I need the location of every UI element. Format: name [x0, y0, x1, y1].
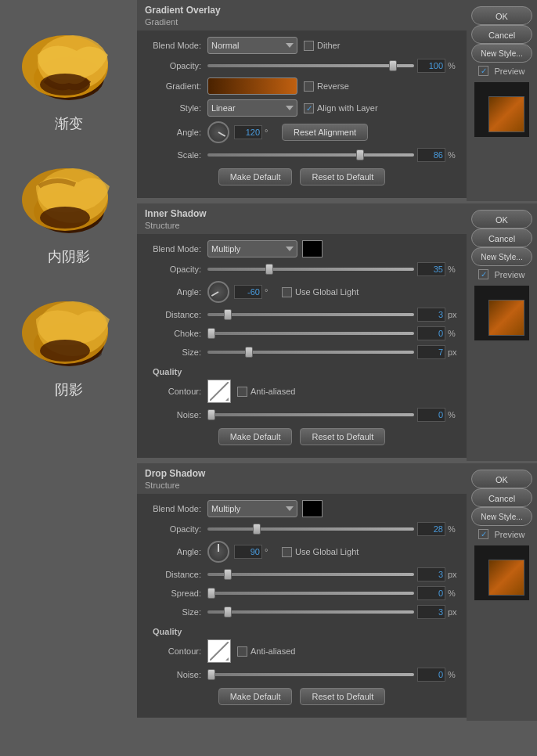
is-cancel-button[interactable]: Cancel [471, 229, 532, 247]
is-size-row: Size: 7 px [145, 345, 459, 359]
ds-spread-input[interactable]: 0 [417, 586, 445, 600]
dither-checkbox[interactable] [304, 41, 314, 51]
opacity-slider-track[interactable] [207, 64, 414, 67]
ds-angle-dial[interactable] [207, 541, 229, 563]
is-choke-label: Choke: [145, 329, 207, 338]
style-label: Style: [145, 103, 207, 113]
style-row: Style: Linear Radial Angle Align with La… [145, 99, 459, 117]
is-blend-mode-select[interactable]: Multiply Normal [207, 240, 297, 257]
is-ok-button[interactable]: OK [471, 210, 532, 229]
is-angle-input[interactable]: -60 [234, 285, 262, 299]
ds-blend-mode-select[interactable]: Multiply Normal [207, 500, 297, 517]
svg-point-12 [40, 340, 90, 362]
gradient-overlay-section: Gradient Overlay Gradient Blend Mode: No… [137, 0, 537, 201]
is-preview-checkbox[interactable] [478, 269, 488, 279]
gradient-overlay-main: Gradient Overlay Gradient Blend Mode: No… [137, 0, 467, 201]
is-global-light-checkbox[interactable] [282, 287, 292, 297]
is-size-slider-track[interactable] [207, 351, 414, 354]
ds-spread-slider-thumb [207, 588, 215, 599]
angle-label: Angle: [145, 128, 207, 137]
is-global-light-label: Use Global Light [295, 287, 359, 297]
ds-reset-default-button[interactable]: Reset to Default [300, 688, 385, 705]
is-distance-slider-thumb [224, 309, 232, 320]
opacity-input[interactable]: 100 [417, 59, 445, 73]
is-distance-slider-track[interactable] [207, 313, 414, 316]
is-distance-input[interactable]: 3 [417, 308, 445, 322]
ds-preview-group: Preview [478, 529, 524, 539]
is-make-default-button[interactable]: Make Default [218, 428, 293, 445]
is-noise-input[interactable]: 0 [417, 408, 445, 422]
inner-shadow-panel: Inner Shadow Structure Blend Mode: Multi… [137, 203, 467, 458]
reverse-checkbox[interactable] [304, 81, 314, 92]
is-contour-swatch[interactable] [207, 380, 231, 403]
ds-ok-button[interactable]: OK [471, 470, 532, 488]
gradient-overlay-subtitle: Gradient [145, 17, 178, 27]
is-choke-slider-track[interactable] [207, 332, 414, 335]
ds-opacity-label: Opacity: [145, 524, 207, 534]
angle-input[interactable]: 120 [234, 125, 262, 139]
blend-mode-select[interactable]: Normal Dissolve Multiply [207, 37, 297, 54]
ds-noise-input[interactable]: 0 [417, 668, 445, 682]
angle-dial[interactable] [207, 121, 229, 143]
reverse-checkbox-group: Reverse [304, 81, 349, 92]
svg-point-7 [40, 207, 90, 229]
ds-opacity-slider-track[interactable] [207, 527, 414, 531]
is-size-unit: px [448, 347, 459, 357]
ds-noise-slider-track[interactable] [207, 673, 414, 676]
ds-global-light-checkbox[interactable] [282, 547, 292, 557]
scale-input[interactable]: 86 [417, 148, 445, 162]
ds-color-swatch[interactable] [302, 500, 323, 517]
is-global-light-group: Use Global Light [282, 287, 359, 297]
gradient-overlay-right: OK Cancel New Style... Preview [467, 0, 537, 201]
ds-spread-slider-track[interactable] [207, 592, 414, 595]
gradient-overlay-panel: Gradient Overlay Gradient Blend Mode: No… [137, 0, 467, 198]
ds-angle-dial-line [218, 544, 219, 552]
is-angle-dial[interactable] [207, 281, 229, 303]
ds-new-style-button[interactable]: New Style... [471, 507, 532, 526]
ds-distance-slider-track[interactable] [207, 573, 414, 576]
scale-slider-container [207, 153, 417, 157]
ds-make-default-button[interactable]: Make Default [218, 688, 293, 705]
ds-size-input[interactable]: 3 [417, 605, 445, 619]
inner-shadow-label: 内阴影 [48, 247, 90, 266]
align-layer-checkbox[interactable] [304, 103, 314, 113]
is-new-style-button[interactable]: New Style... [471, 247, 532, 266]
is-opacity-input[interactable]: 35 [417, 262, 445, 276]
ds-preview-checkbox[interactable] [478, 529, 488, 539]
is-opacity-slider-track[interactable] [207, 268, 414, 271]
is-antialias-group: Anti-aliased [237, 387, 295, 397]
gradient-new-style-button[interactable]: New Style... [471, 44, 532, 63]
ds-opacity-input[interactable]: 28 [417, 522, 445, 536]
reset-alignment-button[interactable]: Reset Alignment [282, 124, 368, 141]
gradient-swatch[interactable] [207, 77, 297, 95]
ds-distance-slider-container [207, 573, 417, 576]
is-color-swatch[interactable] [302, 240, 323, 257]
ds-antialias-checkbox[interactable] [237, 646, 247, 657]
scale-slider-track[interactable] [207, 153, 414, 157]
align-layer-group: Align with Layer [304, 103, 378, 113]
ds-size-slider-track[interactable] [207, 610, 414, 614]
is-noise-slider-track[interactable] [207, 413, 414, 416]
gradient-reset-default-button[interactable]: Reset to Default [300, 168, 385, 185]
inner-shadow-main: Inner Shadow Structure Blend Mode: Multi… [137, 203, 467, 461]
gradient-cancel-button[interactable]: Cancel [471, 25, 532, 44]
dither-label: Dither [317, 41, 340, 50]
ds-angle-input[interactable]: 90 [234, 545, 262, 559]
ds-contour-row: Contour: Anti-aliased [145, 639, 459, 663]
ds-contour-label: Contour: [145, 646, 207, 656]
gradient-ok-button[interactable]: OK [471, 6, 532, 25]
main-area: Gradient Overlay Gradient Blend Mode: No… [137, 0, 537, 756]
ds-angle-label: Angle: [145, 547, 207, 556]
ds-cancel-button[interactable]: Cancel [471, 488, 532, 507]
is-size-input[interactable]: 7 [417, 345, 445, 359]
ds-distance-input[interactable]: 3 [417, 567, 445, 581]
ds-contour-swatch[interactable] [207, 639, 231, 663]
is-reset-default-button[interactable]: Reset to Default [300, 428, 385, 445]
gradient-make-default-button[interactable]: Make Default [218, 168, 293, 185]
is-antialias-checkbox[interactable] [237, 387, 247, 397]
is-preview-label: Preview [494, 270, 524, 279]
gradient-preview-checkbox[interactable] [478, 66, 488, 76]
is-choke-input[interactable]: 0 [417, 326, 445, 340]
style-select[interactable]: Linear Radial Angle [207, 99, 297, 117]
ds-spread-label: Spread: [145, 589, 207, 598]
